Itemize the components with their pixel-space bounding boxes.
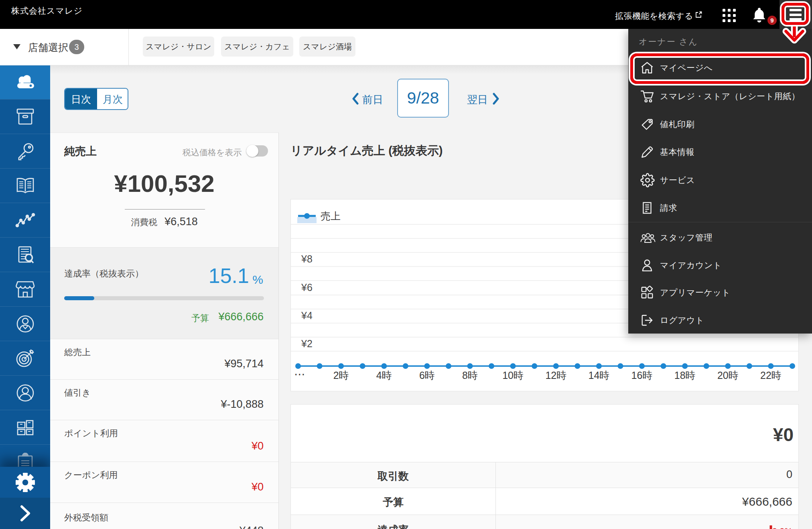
svg-text:18時: 18時 [674,370,696,381]
svg-text:16時: 16時 [631,370,653,381]
svg-text:売上: 売上 [321,210,341,222]
svg-text:20時: 20時 [717,370,739,381]
svg-text:2時: 2時 [333,370,349,381]
svg-text:22時: 22時 [760,370,782,381]
svg-text:4時: 4時 [376,370,392,381]
svg-text:¥2: ¥2 [301,338,313,349]
svg-text:¥6: ¥6 [301,282,313,293]
svg-text:10時: 10時 [502,370,524,381]
svg-text:12時: 12時 [545,370,566,381]
svg-text:¥8: ¥8 [301,253,313,264]
svg-text:6時: 6時 [419,370,435,381]
svg-text:14時: 14時 [588,370,609,381]
svg-text:¥4: ¥4 [301,310,313,321]
svg-text:8時: 8時 [462,370,478,381]
svg-text:⋯: ⋯ [294,368,305,380]
